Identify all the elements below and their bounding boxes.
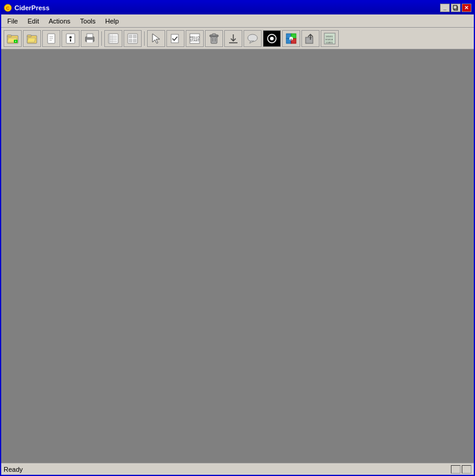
menu-edit[interactable]: Edit <box>23 16 44 26</box>
comment-button[interactable] <box>244 30 262 47</box>
close-button[interactable]: ✕ <box>462 4 471 12</box>
svg-point-17 <box>69 36 72 39</box>
svg-point-45 <box>248 34 257 42</box>
svg-rect-30 <box>129 35 132 38</box>
delete-button[interactable] <box>205 30 223 47</box>
info-button[interactable] <box>61 30 80 47</box>
menu-tools[interactable]: Tools <box>75 16 101 26</box>
svg-text:C: C <box>6 5 10 11</box>
menu-help[interactable]: Help <box>100 16 124 26</box>
svg-text:11001: 11001 <box>326 41 333 44</box>
title-text: CiderPress <box>14 4 49 11</box>
svg-rect-35 <box>171 34 178 43</box>
new-button[interactable] <box>42 30 60 47</box>
open-folder-button[interactable]: + <box>4 30 22 47</box>
svg-rect-32 <box>129 39 132 42</box>
restore-button[interactable] <box>451 4 461 12</box>
svg-rect-20 <box>87 34 93 37</box>
status-panel-2 <box>462 465 471 474</box>
view-list-button[interactable] <box>104 30 122 47</box>
menu-actions[interactable]: Actions <box>44 16 75 26</box>
toolbar-separator-1 <box>101 31 102 46</box>
toolbar: + <box>1 28 474 49</box>
title-left: C CiderPress <box>4 4 49 12</box>
title-bar: C CiderPress _ ✕ <box>1 1 474 14</box>
menu-bar: File Edit Actions Tools Help <box>1 14 474 28</box>
view-icons-button[interactable] <box>124 30 142 47</box>
svg-rect-41 <box>212 34 216 36</box>
menu-file[interactable]: File <box>2 16 23 26</box>
svg-rect-5 <box>7 35 11 37</box>
status-panel-1 <box>451 465 461 474</box>
status-text: Ready <box>4 466 451 473</box>
svg-rect-21 <box>87 40 93 43</box>
status-bar: Ready <box>1 463 474 475</box>
hello-start-button[interactable]: HELLO START <box>186 30 204 47</box>
svg-marker-11 <box>27 38 36 42</box>
status-right <box>451 465 471 474</box>
svg-rect-56 <box>306 37 313 43</box>
minimize-button[interactable]: _ <box>440 4 450 12</box>
edit-button[interactable] <box>166 30 184 47</box>
app-window: C CiderPress _ ✕ File Edit Actions Tools… <box>0 0 475 476</box>
binary-button[interactable]: 10101 01010 11001 <box>321 30 339 47</box>
toolbar-separator-2 <box>144 31 145 46</box>
print-button[interactable] <box>81 30 99 47</box>
svg-point-49 <box>270 37 274 40</box>
svg-rect-33 <box>133 39 136 42</box>
select-button[interactable] <box>147 30 165 47</box>
export-button[interactable] <box>301 30 319 47</box>
svg-text:START: START <box>190 39 200 42</box>
svg-rect-10 <box>27 35 31 37</box>
preferences-button[interactable] <box>263 30 281 47</box>
add-files-button[interactable]: + <box>282 30 300 47</box>
svg-rect-3 <box>453 5 457 9</box>
svg-text:+: + <box>290 37 292 41</box>
window-controls: _ ✕ <box>440 4 471 12</box>
app-icon: C <box>4 4 12 12</box>
svg-text:+: + <box>15 39 17 43</box>
svg-rect-39 <box>211 36 217 43</box>
main-content <box>1 49 474 463</box>
extract-button[interactable] <box>224 30 242 47</box>
svg-marker-34 <box>153 34 160 43</box>
svg-rect-31 <box>133 35 136 38</box>
open-recent-button[interactable] <box>23 30 41 47</box>
